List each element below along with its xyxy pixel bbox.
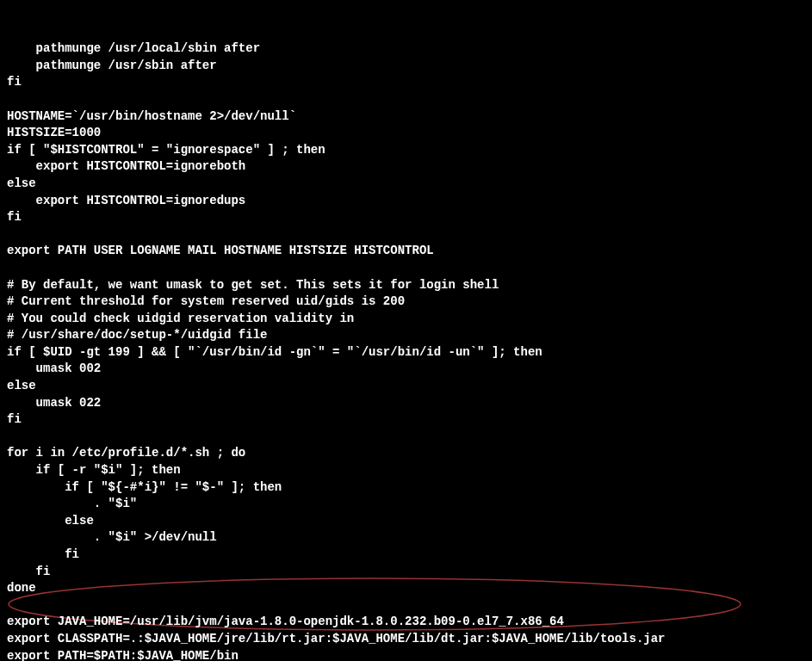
code-line: if [ "$HISTCONTROL" = "ignorespace" ] ; … xyxy=(7,142,805,159)
code-line: export HISTCONTROL=ignoredups xyxy=(7,193,805,210)
code-line: . "$i" xyxy=(7,496,805,513)
code-line: done xyxy=(7,580,805,597)
code-line: fi xyxy=(7,564,805,581)
code-line xyxy=(7,597,805,615)
code-line: if [ -r "$i" ]; then xyxy=(7,462,805,479)
code-line: fi xyxy=(7,74,805,91)
code-line xyxy=(7,226,805,244)
code-line: fi xyxy=(7,209,805,226)
code-line: HOSTNAME=`/usr/bin/hostname 2>/dev/null` xyxy=(7,108,805,126)
code-line: export CLASSPATH=.:$JAVA_HOME/jre/lib/rt… xyxy=(7,631,805,648)
code-line: . "$i" >/dev/null xyxy=(7,529,805,547)
code-line: for i in /etc/profile.d/*.sh ; do xyxy=(7,445,805,462)
code-line: # Current threshold for system reserved … xyxy=(7,293,805,311)
code-line: pathmunge /usr/local/sbin after xyxy=(7,40,805,58)
code-line: pathmunge /usr/sbin after xyxy=(7,58,805,75)
code-line: export PATH=$PATH:$JAVA_HOME/bin xyxy=(7,648,805,661)
code-line: else xyxy=(7,176,805,193)
code-line xyxy=(7,260,805,277)
code-line: export PATH USER LOGNAME MAIL HOSTNAME H… xyxy=(7,243,805,260)
code-line: if [ "${-#*i}" != "$-" ]; then xyxy=(7,479,805,497)
code-line xyxy=(7,429,805,446)
code-line: fi xyxy=(7,547,805,564)
code-line: # By default, we want umask to get set. … xyxy=(7,277,805,294)
code-line: export JAVA_HOME=/usr/lib/jvm/java-1.8.0… xyxy=(7,614,805,631)
code-line: HISTSIZE=1000 xyxy=(7,125,805,142)
code-line: umask 022 xyxy=(7,395,805,412)
terminal-editor[interactable]: pathmunge /usr/local/sbin after pathmung… xyxy=(0,0,812,661)
code-line: else xyxy=(7,378,805,395)
code-line: export HISTCONTROL=ignoreboth xyxy=(7,158,805,176)
code-line: # /usr/share/doc/setup-*/uidgid file xyxy=(7,327,805,344)
code-line: umask 002 xyxy=(7,361,805,378)
code-line: if [ $UID -gt 199 ] && [ "`/usr/bin/id -… xyxy=(7,344,805,361)
code-line: # You could check uidgid reservation val… xyxy=(7,311,805,328)
code-line: else xyxy=(7,513,805,530)
code-line: fi xyxy=(7,411,805,429)
code-line xyxy=(7,91,805,108)
